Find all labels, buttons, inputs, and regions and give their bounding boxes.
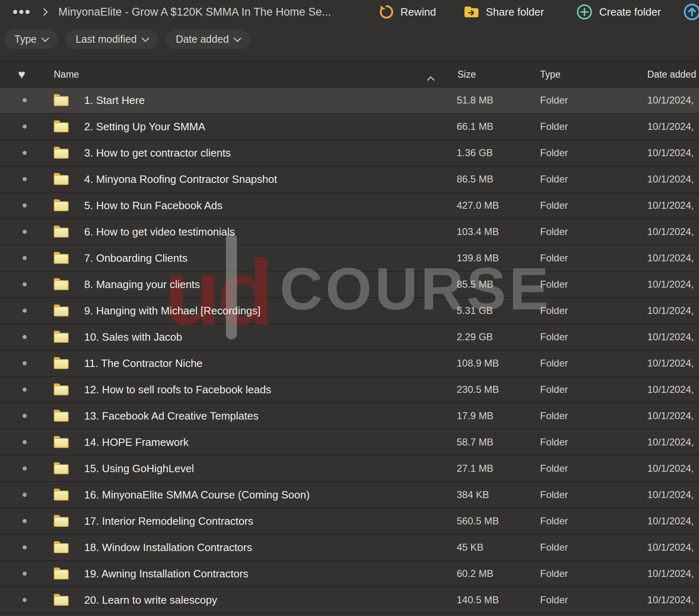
file-size: 140.5 MB	[457, 594, 499, 606]
file-type: Folder	[540, 121, 568, 132]
file-size: 45 KB	[457, 542, 483, 553]
folder-icon	[54, 410, 69, 422]
bullet-icon	[23, 598, 27, 602]
favorite-heart-icon[interactable]: ♥	[18, 68, 25, 81]
file-size: 139.8 MB	[457, 252, 499, 264]
bullet-icon	[23, 440, 27, 444]
table-row[interactable]: 16. MinyonaElite SMMA Course (Coming Soo…	[0, 482, 699, 508]
folder-icon	[54, 462, 69, 474]
file-size: 2.29 GB	[457, 331, 493, 343]
chevron-right-icon	[40, 8, 48, 16]
file-name: 4. Minyona Roofing Contractor Snapshot	[84, 173, 277, 186]
file-type: Folder	[540, 436, 568, 448]
file-date-added: 10/1/2024,	[647, 147, 694, 159]
table-row[interactable]: 2. Setting Up Your SMMA66.1 MBFolder10/1…	[0, 114, 699, 140]
file-size: 17.9 MB	[457, 410, 493, 422]
rewind-icon	[379, 4, 394, 20]
table-row[interactable]: 11. The Contractor Niche108.9 MBFolder10…	[0, 351, 699, 377]
file-name: 19. Awning Installation Contractors	[84, 568, 248, 580]
table-row[interactable]: 15. Using GoHighLevel27.1 MBFolder10/1/2…	[0, 456, 699, 482]
file-date-added: 10/1/2024,	[647, 436, 694, 448]
column-header-type[interactable]: Type	[540, 69, 561, 80]
table-row[interactable]: 20. Learn to write salescopy140.5 MBFold…	[0, 587, 699, 614]
bullet-icon	[23, 335, 27, 339]
table-row[interactable]: 12. How to sell roofs to Facebook leads2…	[0, 377, 699, 403]
file-size: 5.31 GB	[457, 305, 493, 316]
create-folder-button[interactable]: Create folder	[576, 0, 661, 24]
file-size: 58.7 MB	[457, 436, 493, 448]
file-type: Folder	[540, 515, 568, 527]
file-size: 103.4 MB	[457, 226, 499, 238]
folder-icon	[54, 383, 69, 395]
table-row[interactable]: 8. Managing your clients85.5 MBFolder10/…	[0, 272, 699, 298]
table-row[interactable]: 7. Onboarding Clients139.8 MBFolder10/1/…	[0, 245, 699, 272]
file-name: 17. Interior Remodeling Contractors	[84, 515, 253, 528]
bullet-icon	[23, 98, 27, 102]
file-name: 14. HOPE Framework	[84, 436, 189, 449]
share-folder-icon	[463, 5, 480, 19]
more-options-button[interactable]	[13, 10, 30, 14]
column-header-name[interactable]: Name	[54, 69, 79, 80]
file-size: 51.8 MB	[457, 95, 493, 106]
table-row[interactable]: 4. Minyona Roofing Contractor Snapshot86…	[0, 166, 699, 193]
upload-button[interactable]	[683, 0, 699, 24]
file-name: 7. Onboarding Clients	[84, 252, 187, 265]
file-date-added: 10/1/2024,	[647, 121, 694, 132]
bullet-icon	[23, 256, 27, 260]
table-row[interactable]: 6. How to get video testimonials103.4 MB…	[0, 219, 699, 245]
table-row[interactable]: 9. Hanging with Michael [Recordings]5.31…	[0, 298, 699, 324]
column-header-size[interactable]: Size	[458, 69, 476, 80]
table-row[interactable]: 5. How to Run Facebook Ads427.0 MBFolder…	[0, 193, 699, 219]
folder-icon	[54, 357, 69, 369]
file-type: Folder	[540, 147, 568, 159]
file-type: Folder	[540, 95, 568, 106]
folder-icon	[54, 305, 69, 316]
file-name: 9. Hanging with Michael [Recordings]	[84, 305, 260, 317]
bullet-icon	[23, 414, 27, 418]
file-date-added: 10/1/2024,	[647, 279, 694, 290]
folder-icon	[54, 94, 69, 106]
file-date-added: 10/1/2024,	[647, 305, 694, 316]
sort-ascending-icon[interactable]	[427, 76, 435, 84]
table-row[interactable]: 18. Window Installation Contractors45 KB…	[0, 535, 699, 561]
share-folder-button[interactable]: Share folder	[463, 0, 544, 24]
create-folder-label: Create folder	[599, 6, 661, 18]
table-row[interactable]: 14. HOPE Framework58.7 MBFolder10/1/2024…	[0, 429, 699, 456]
file-name: 12. How to sell roofs to Facebook leads	[84, 383, 271, 396]
bullet-icon	[23, 309, 27, 313]
filter-last-modified[interactable]: Last modified	[66, 29, 158, 49]
table-row[interactable]: 3. How to get contractor clients1.36 GBF…	[0, 140, 699, 166]
folder-icon	[54, 541, 69, 553]
file-date-added: 10/1/2024,	[647, 384, 694, 395]
bullet-icon	[23, 230, 27, 234]
table-row[interactable]: 19. Awning Installation Contractors60.2 …	[0, 561, 699, 587]
table-row[interactable]: 1. Start Here51.8 MBFolder10/1/2024,	[0, 88, 699, 114]
filter-type[interactable]: Type	[5, 29, 58, 49]
file-size: 427.0 MB	[457, 200, 499, 211]
bullet-icon	[23, 151, 27, 155]
breadcrumb-expand-button[interactable]	[41, 9, 47, 15]
chevron-down-icon	[233, 34, 241, 42]
table-row[interactable]: 13. Facebook Ad Creative Templates17.9 M…	[0, 403, 699, 429]
rewind-button[interactable]: Rewind	[379, 0, 436, 24]
bullet-icon	[23, 177, 27, 181]
file-date-added: 10/1/2024,	[647, 594, 694, 606]
filter-date-added-label: Date added	[176, 33, 229, 45]
bullet-icon	[23, 203, 27, 208]
table-row[interactable]: 17. Interior Remodeling Contractors560.5…	[0, 508, 699, 535]
file-name: 11. The Contractor Niche	[84, 357, 202, 370]
column-header-date-added[interactable]: Date added	[647, 69, 696, 80]
file-size: 230.5 MB	[457, 384, 499, 395]
upload-icon	[683, 2, 699, 21]
file-name: 6. How to get video testimonials	[84, 226, 235, 238]
breadcrumb: MinyonaElite - Grow A $120K SMMA In The …	[13, 0, 331, 24]
file-type: Folder	[540, 279, 568, 290]
file-list: 1. Start Here51.8 MBFolder10/1/2024,2. S…	[0, 88, 699, 614]
table-row[interactable]: 10. Sales with Jacob2.29 GBFolder10/1/20…	[0, 324, 699, 351]
file-name: 13. Facebook Ad Creative Templates	[84, 410, 258, 422]
folder-icon	[54, 594, 69, 606]
file-size: 384 KB	[457, 489, 489, 501]
filter-date-added[interactable]: Date added	[166, 29, 250, 49]
file-type: Folder	[540, 200, 568, 211]
file-type: Folder	[540, 384, 568, 395]
